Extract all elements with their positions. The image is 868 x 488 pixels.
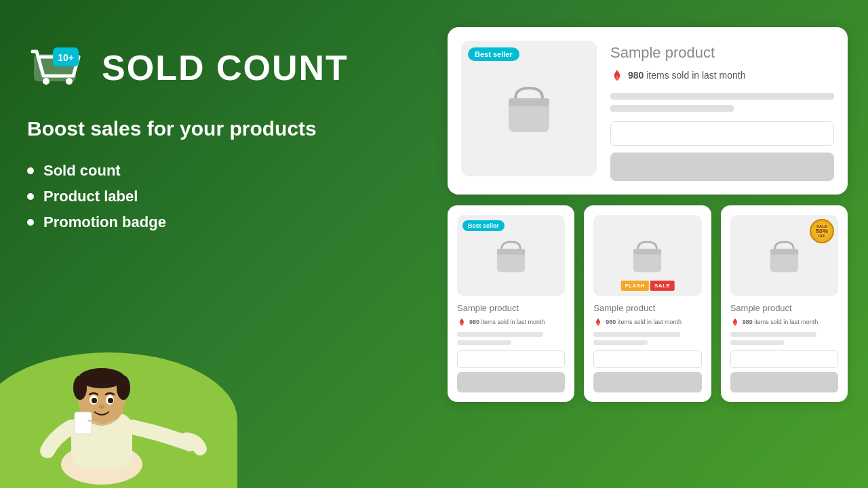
line-small xyxy=(730,340,785,345)
sold-text-small-2: 980 items sold in last month xyxy=(606,319,682,325)
line-small xyxy=(730,332,816,337)
product-image-small-2: FLASH SALE xyxy=(593,215,701,296)
product-info: Sample product 980 items sold in last mo… xyxy=(610,41,834,181)
logo-area: 10+ SOLD COUNT xyxy=(27,41,407,95)
bullet-icon xyxy=(27,219,34,226)
character-illustration xyxy=(14,339,231,488)
placeholder-lines-small-2 xyxy=(593,332,701,345)
add-to-cart-button-placeholder xyxy=(610,152,834,181)
price-small-2 xyxy=(593,350,701,368)
feature-item-2: Product label xyxy=(27,188,407,205)
line-small xyxy=(593,340,648,345)
sold-number-small-2: 980 xyxy=(606,319,616,325)
product-title-large: Sample product xyxy=(610,44,834,62)
tagline: Boost sales for your products xyxy=(27,115,407,142)
best-seller-badge: Best seller xyxy=(468,47,519,61)
feature-item-1: Sold count xyxy=(27,162,407,180)
feature-label-2: Product label xyxy=(43,188,138,205)
line-small xyxy=(593,332,679,337)
svg-point-14 xyxy=(92,398,97,403)
svg-rect-19 xyxy=(509,98,549,106)
price-input-placeholder xyxy=(610,121,834,146)
product-image-small-1: Best seller xyxy=(457,215,565,296)
sold-count-row-small-3: 980 items sold in last month xyxy=(730,317,838,327)
sold-text-small-3: 980 items sold in last month xyxy=(743,319,818,325)
svg-rect-17 xyxy=(75,412,92,434)
line-full xyxy=(610,93,834,100)
small-card-2: FLASH SALE Sample product 980 items sold xyxy=(584,205,711,402)
btn-small-2 xyxy=(593,372,701,392)
price-small-1 xyxy=(457,350,565,368)
sold-desc-small-3: items sold in last month xyxy=(754,319,818,325)
svg-rect-23 xyxy=(633,249,661,254)
fire-icon-small-3 xyxy=(730,317,740,327)
feature-label-1: Sold count xyxy=(43,162,121,180)
sold-count-row: 980 items sold in last month xyxy=(610,68,834,82)
right-section: Best seller Sample product 980 items sol… xyxy=(448,27,848,402)
svg-rect-25 xyxy=(770,249,798,254)
small-card-3: SALE 50% OFF Sample product 980 xyxy=(721,205,848,402)
features-list: Sold count Product label Promotion badge xyxy=(27,162,407,231)
svg-point-16 xyxy=(99,405,104,409)
sale-badge-off: OFF xyxy=(818,235,825,238)
sold-desc-small-1: items sold in last month xyxy=(481,319,545,325)
placeholder-lines-small-1 xyxy=(457,332,565,345)
fire-icon-small-2 xyxy=(593,317,603,327)
feature-label-3: Promotion badge xyxy=(43,214,166,231)
btn-small-1 xyxy=(457,372,565,392)
product-title-small-3: Sample product xyxy=(730,303,838,313)
sold-desc-small-2: items sold in last month xyxy=(618,319,682,325)
sold-count-number: 980 xyxy=(628,70,644,81)
sold-text: items sold in last month xyxy=(646,70,745,81)
svg-point-3 xyxy=(66,78,73,85)
product-title-small-2: Sample product xyxy=(593,303,701,313)
feature-item-3: Promotion badge xyxy=(27,214,407,231)
svg-point-15 xyxy=(108,398,113,403)
svg-point-11 xyxy=(117,375,130,400)
svg-rect-21 xyxy=(497,249,525,254)
line-small xyxy=(457,332,543,337)
svg-point-2 xyxy=(43,78,50,85)
sale-label: SALE xyxy=(650,281,674,291)
sold-text-small-1: 980 items sold in last month xyxy=(469,319,545,325)
flash-label: FLASH xyxy=(621,281,649,291)
placeholder-lines xyxy=(610,93,834,112)
sold-count-text: 980 items sold in last month xyxy=(628,70,746,81)
product-title-small-1: Sample product xyxy=(457,303,565,313)
featured-card: Best seller Sample product 980 items sol… xyxy=(448,27,848,195)
left-section: 10+ SOLD COUNT Boost sales for your prod… xyxy=(27,41,407,239)
sold-count-row-small-1: 980 items sold in last month xyxy=(457,317,565,327)
small-card-1: Best seller Sample product 980 items sol… xyxy=(448,205,574,402)
placeholder-lines-small-3 xyxy=(730,332,838,345)
bullet-icon xyxy=(27,167,34,174)
sold-number-small-3: 980 xyxy=(743,319,753,325)
line-small xyxy=(457,340,511,345)
svg-text:10+: 10+ xyxy=(58,52,74,63)
svg-point-10 xyxy=(73,375,87,400)
btn-small-3 xyxy=(730,372,838,392)
flash-sale-banner: FLASH SALE xyxy=(621,281,675,291)
line-half xyxy=(610,105,734,112)
fire-icon-small-1 xyxy=(457,317,467,327)
product-image-large: Best seller xyxy=(461,41,597,176)
fire-icon xyxy=(610,68,624,82)
cart-icon: 10+ xyxy=(27,41,88,95)
price-small-3 xyxy=(730,350,838,368)
product-image-small-3: SALE 50% OFF xyxy=(730,215,838,296)
sale-badge-circle: SALE 50% OFF xyxy=(810,219,834,243)
best-seller-badge-small-1: Best seller xyxy=(462,220,505,231)
bullet-icon xyxy=(27,193,34,200)
sold-number-small-1: 980 xyxy=(469,319,479,325)
sold-count-row-small-2: 980 items sold in last month xyxy=(593,317,701,327)
small-cards-row: Best seller Sample product 980 items sol… xyxy=(448,205,848,402)
app-title: SOLD COUNT xyxy=(102,47,349,88)
